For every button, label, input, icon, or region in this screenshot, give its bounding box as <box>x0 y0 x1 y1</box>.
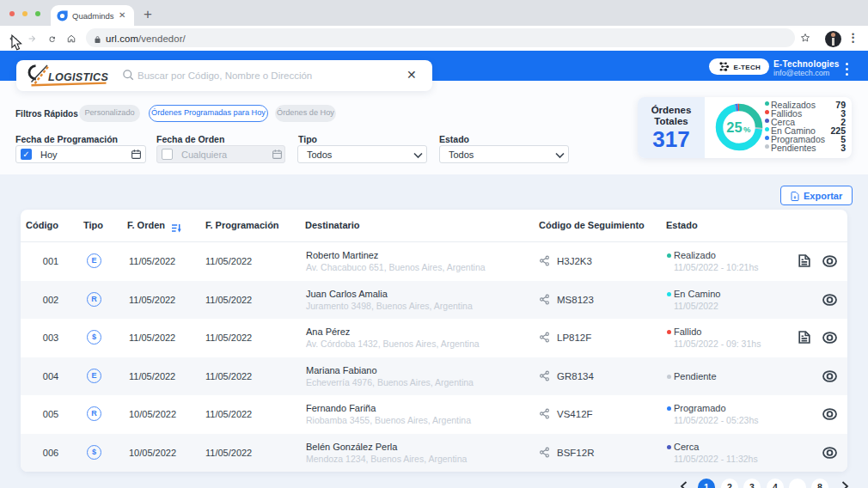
svg-text:%: % <box>743 125 751 134</box>
svg-text:25: 25 <box>726 119 742 135</box>
